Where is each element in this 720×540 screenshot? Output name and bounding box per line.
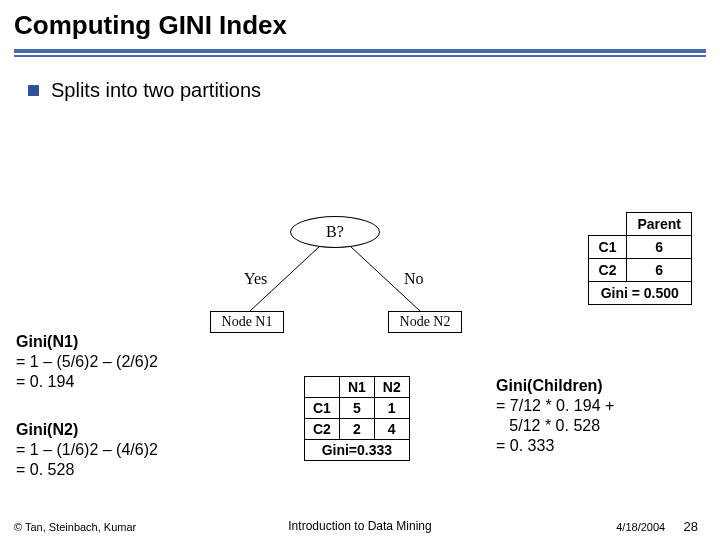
text-line: = 0. 528	[16, 460, 216, 480]
table-row: Gini = 0.500	[588, 282, 691, 305]
child-gini: Gini=0.333	[305, 440, 410, 461]
text-line: = 0. 194	[16, 372, 216, 392]
footer-title: Introduction to Data Mining	[288, 519, 431, 533]
table-row: Gini=0.333	[305, 440, 410, 461]
text-line: Gini(Children)	[496, 376, 696, 396]
parent-gini: Gini = 0.500	[588, 282, 691, 305]
table-row: C2 6	[588, 259, 691, 282]
cell: 6	[627, 236, 692, 259]
table-row: C2 2 4	[305, 419, 410, 440]
text-line: = 0. 333	[496, 436, 696, 456]
cell: C2	[588, 259, 627, 282]
text-line: Gini(N2)	[16, 420, 216, 440]
cell: C1	[588, 236, 627, 259]
child-table: N1 N2 C1 5 1 C2 2 4 Gini=0.333	[304, 376, 410, 461]
cell	[305, 377, 340, 398]
tree-leaf-n1: Node N1	[210, 311, 284, 333]
table-row: C1 6	[588, 236, 691, 259]
table-row: C1 5 1	[305, 398, 410, 419]
page-title: Computing GINI Index	[0, 0, 720, 45]
text-line: = 7/12 * 0. 194 +	[496, 396, 696, 416]
cell: 2	[339, 419, 374, 440]
slide-footer: © Tan, Steinbach, Kumar Introduction to …	[0, 519, 720, 534]
text-line: = 1 – (1/6)2 – (4/6)2	[16, 440, 216, 460]
tree-leaf-n2: Node N2	[388, 311, 462, 333]
parent-table: Parent C1 6 C2 6 Gini = 0.500	[588, 212, 692, 305]
cell: 5	[339, 398, 374, 419]
footer-copyright: © Tan, Steinbach, Kumar	[14, 521, 136, 533]
cell: C2	[305, 419, 340, 440]
cell: 6	[627, 259, 692, 282]
cell: 4	[374, 419, 409, 440]
title-rule	[0, 49, 720, 57]
branch-label-no: No	[404, 270, 424, 288]
branch-label-yes: Yes	[244, 270, 267, 288]
parent-header: Parent	[627, 213, 692, 236]
text-line: Gini(N1)	[16, 332, 216, 352]
footer-page: 28	[684, 519, 698, 534]
cell: N1	[339, 377, 374, 398]
bullet-text: Splits into two partitions	[51, 79, 261, 102]
gini-children-calc: Gini(Children) = 7/12 * 0. 194 + 5/12 * …	[496, 376, 696, 456]
bullet-row: Splits into two partitions	[28, 79, 720, 102]
bullet-icon	[28, 85, 39, 96]
decision-tree: B? Yes No Node N1 Node N2	[220, 216, 460, 366]
tree-branches	[220, 216, 460, 366]
cell: 1	[374, 398, 409, 419]
text-line: 5/12 * 0. 528	[496, 416, 696, 436]
footer-date: 4/18/2004	[616, 521, 665, 533]
gini-n1-calc: Gini(N1) = 1 – (5/6)2 – (2/6)2 = 0. 194	[16, 332, 216, 392]
cell: C1	[305, 398, 340, 419]
cell: N2	[374, 377, 409, 398]
text-line: = 1 – (5/6)2 – (2/6)2	[16, 352, 216, 372]
gini-n2-calc: Gini(N2) = 1 – (1/6)2 – (4/6)2 = 0. 528	[16, 420, 216, 480]
